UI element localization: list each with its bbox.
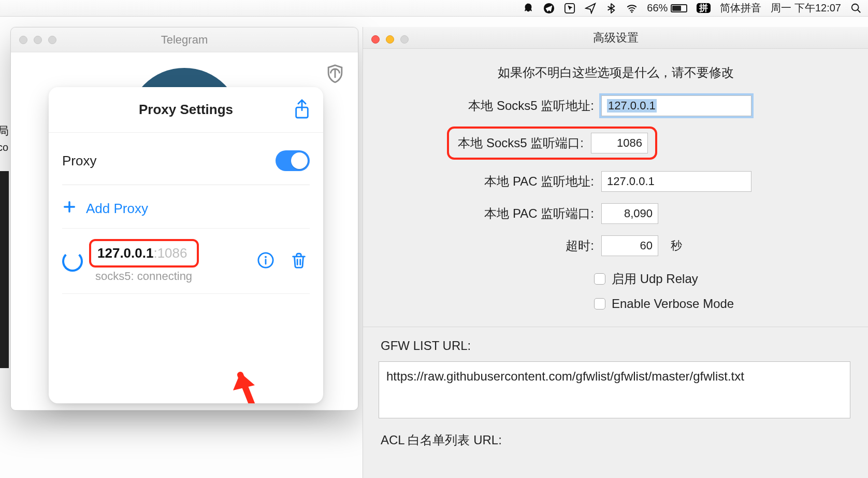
verbose-row[interactable]: Enable Verbose Mode — [594, 297, 855, 311]
traffic-lights[interactable] — [19, 36, 56, 44]
udp-relay-label: 启用 Udp Relay — [612, 271, 698, 287]
shield-icon[interactable] — [325, 64, 345, 87]
ime-name[interactable]: 简体拼音 — [720, 1, 761, 15]
svg-point-6 — [265, 256, 267, 258]
background-sidebar-fragment: 局 co — [0, 124, 9, 384]
wifi-icon[interactable] — [626, 3, 638, 14]
advanced-settings-window: 高级设置 如果你不明白这些选项是什么，请不要修改 本地 Socks5 监听地址:… — [363, 27, 868, 478]
macos-menubar: 66% 拼 简体拼音 周一 下午12:07 — [0, 0, 868, 17]
add-proxy-row[interactable]: Add Proxy — [62, 185, 310, 229]
proxy-settings-header: Proxy Settings — [49, 87, 323, 133]
proxy-settings-title: Proxy Settings — [139, 102, 233, 118]
pac-port-label: 本地 PAC 监听端口: — [408, 205, 594, 222]
socks5-port-input[interactable]: 1086 — [591, 133, 648, 153]
telegram-window-title: Telegram — [161, 33, 208, 47]
svg-point-3 — [852, 4, 859, 10]
spotlight-icon[interactable] — [850, 3, 862, 14]
pac-port-input[interactable]: 8,090 — [601, 203, 658, 224]
qq-icon[interactable] — [523, 3, 534, 14]
proxy-entry-status: socks5: connecting — [95, 270, 248, 283]
svg-point-2 — [631, 11, 633, 12]
timeout-label: 超时: — [408, 237, 594, 254]
trash-icon[interactable] — [290, 251, 308, 271]
udp-relay-row[interactable]: 启用 Udp Relay — [594, 271, 855, 287]
annotation-arrow — [230, 370, 292, 403]
verbose-checkbox[interactable] — [594, 298, 605, 310]
menubar-datetime: 周一 下午12:07 — [771, 1, 841, 15]
socks5-addr-input[interactable]: 127.0.0.1 — [601, 95, 751, 116]
proxy-entry-row[interactable]: 127.0.0.1:1086 socks5: connecting — [62, 229, 310, 294]
advanced-window-title: 高级设置 — [593, 30, 639, 46]
info-icon[interactable] — [257, 251, 274, 271]
ime-badge[interactable]: 拼 — [697, 3, 711, 13]
proxy-settings-card: Proxy Settings Proxy Add Proxy 127.0.0.1… — [49, 87, 323, 403]
advanced-titlebar[interactable]: 高级设置 — [363, 27, 868, 49]
proxy-toggle-row: Proxy — [62, 133, 310, 185]
proxy-entry-ip: 127.0.0.1 — [97, 245, 153, 261]
plus-icon — [62, 200, 77, 218]
acl-url-label: ACL 白名单列表 URL: — [381, 432, 855, 448]
socks5-addr-label: 本地 Socks5 监听地址: — [408, 97, 594, 114]
timeout-suffix: 秒 — [671, 238, 839, 254]
verbose-label: Enable Verbose Mode — [612, 297, 734, 311]
add-proxy-label: Add Proxy — [86, 201, 148, 217]
cursor-menu-icon[interactable] — [564, 3, 575, 14]
proxy-entry-main: 127.0.0.1:1086 socks5: connecting — [92, 239, 248, 283]
gfw-url-label: GFW LIST URL: — [381, 339, 855, 353]
proxy-toggle-label: Proxy — [62, 153, 96, 169]
battery-icon — [671, 4, 687, 12]
socks5-port-label: 本地 Socks5 监听端口: — [456, 135, 584, 151]
proxy-toggle[interactable] — [276, 150, 310, 171]
bluetooth-icon[interactable] — [605, 3, 617, 14]
proxy-entry-port: :1086 — [153, 245, 187, 261]
telegram-menu-icon[interactable] — [543, 3, 555, 14]
battery-indicator[interactable]: 66% — [647, 2, 687, 14]
gfw-url-textarea[interactable]: https://raw.githubusercontent.com/gfwlis… — [379, 361, 850, 418]
battery-percent: 66% — [647, 2, 668, 14]
annotation-highlight-ip: 127.0.0.1:1086 — [89, 239, 199, 268]
traffic-lights[interactable] — [371, 35, 409, 44]
pac-addr-label: 本地 PAC 监听地址: — [408, 173, 594, 190]
connecting-spinner-icon — [62, 251, 83, 272]
advanced-warning: 如果你不明白这些选项是什么，请不要修改 — [377, 64, 855, 81]
annotation-highlight-port: 本地 Socks5 监听端口: 1086 — [447, 126, 657, 160]
pac-addr-input[interactable]: 127.0.0.1 — [601, 171, 751, 192]
share-icon[interactable] — [293, 99, 311, 121]
udp-relay-checkbox[interactable] — [594, 273, 605, 285]
paper-plane-icon[interactable] — [585, 3, 596, 14]
timeout-input[interactable]: 60 — [601, 235, 658, 256]
separator — [363, 327, 868, 327]
telegram-titlebar[interactable]: Telegram — [11, 27, 358, 52]
